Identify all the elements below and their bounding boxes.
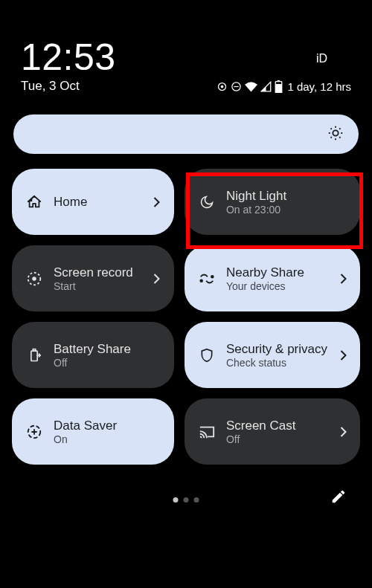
svg-point-11: [211, 275, 214, 277]
tile-home[interactable]: Home: [12, 169, 174, 235]
target-icon: [217, 81, 228, 92]
brightness-icon: [327, 125, 344, 144]
battery-text: 1 day, 12 hrs: [287, 80, 351, 93]
chevron-right-icon: [150, 274, 164, 284]
clock: 12:53: [21, 36, 351, 79]
data-saver-icon: [24, 424, 45, 440]
svg-point-10: [200, 280, 202, 282]
tile-label: Security & privacy: [226, 342, 327, 357]
tile-label: Data Saver: [54, 419, 164, 433]
dot: [173, 497, 179, 503]
dot: [194, 497, 199, 503]
svg-point-9: [32, 277, 36, 281]
tile-label: Home: [54, 195, 141, 210]
cast-icon: [196, 424, 217, 439]
tile-screen-record[interactable]: Screen record Start: [12, 245, 174, 311]
wifi-icon: [245, 81, 257, 92]
status-icons: 1 day, 12 hrs: [217, 80, 351, 93]
carrier-label: iD: [316, 52, 327, 65]
tile-sub: Off: [54, 357, 164, 369]
tile-data-saver[interactable]: Data Saver On: [12, 398, 174, 465]
chevron-right-icon: [336, 274, 350, 284]
tile-night-light[interactable]: Night Light On at 23:00: [185, 169, 360, 235]
tile-sub: Check status: [226, 357, 327, 369]
date: Tue, 3 Oct: [21, 79, 80, 94]
dnd-icon: [231, 81, 242, 92]
tile-battery-share[interactable]: Battery Share Off: [12, 322, 174, 388]
svg-point-1: [222, 85, 224, 88]
page-indicator: [173, 497, 199, 503]
tile-label: Night Light: [226, 189, 350, 204]
quick-settings-grid: Home Night Light On at 23:00 Screen reco…: [0, 169, 372, 465]
record-icon: [24, 271, 45, 287]
moon-icon: [196, 195, 217, 210]
tile-label: Screen Cast: [226, 419, 327, 433]
tile-sub: Your devices: [226, 280, 327, 292]
svg-rect-13: [33, 349, 35, 351]
signal-icon: [260, 81, 272, 92]
svg-rect-12: [31, 351, 37, 361]
battery-share-icon: [24, 348, 45, 363]
chevron-right-icon: [336, 350, 350, 361]
shield-icon: [196, 347, 217, 364]
tile-nearby-share[interactable]: Nearby Share Your devices: [185, 245, 360, 311]
tile-sub: Start: [54, 280, 141, 292]
nearby-share-icon: [196, 271, 217, 287]
battery-icon: [275, 80, 283, 93]
tile-label: Battery Share: [54, 342, 164, 357]
edit-button[interactable]: [330, 488, 347, 508]
tile-sub: Off: [226, 433, 327, 445]
tile-sub: On: [54, 433, 164, 445]
svg-point-7: [333, 130, 338, 135]
dot: [184, 497, 189, 503]
tile-screen-cast[interactable]: Screen Cast Off: [185, 398, 360, 465]
tile-security[interactable]: Security & privacy Check status: [185, 322, 360, 388]
svg-rect-6: [276, 84, 283, 93]
chevron-right-icon: [150, 197, 164, 207]
tile-label: Nearby Share: [226, 265, 327, 280]
status-bar: 12:53 iD Tue, 3 Oct 1 day, 12 hrs: [0, 0, 372, 98]
brightness-slider[interactable]: [13, 114, 359, 154]
tile-sub: On at 23:00: [226, 204, 350, 216]
pencil-icon: [330, 488, 347, 505]
home-icon: [24, 194, 45, 210]
chevron-right-icon: [336, 427, 350, 437]
tile-label: Screen record: [54, 265, 141, 280]
